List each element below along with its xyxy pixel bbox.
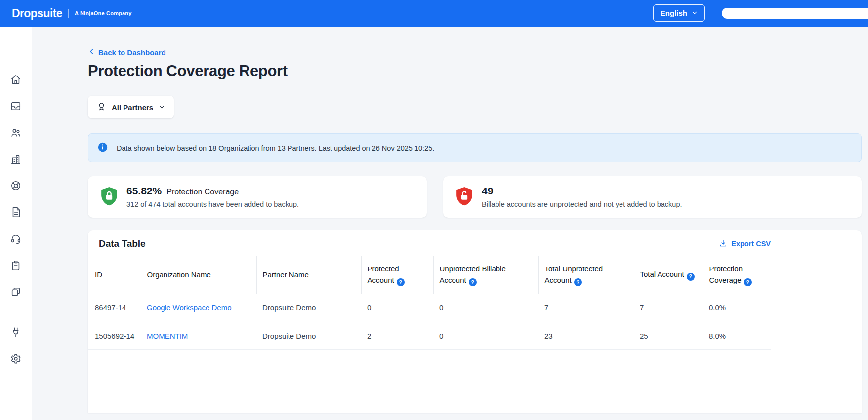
- protection-coverage-value: 65.82%: [126, 185, 162, 197]
- cell-total_unprotected: 23: [538, 322, 634, 350]
- unprotected-accounts-description: Billable accounts are unprotected and no…: [482, 200, 682, 208]
- help-icon[interactable]: ?: [687, 273, 695, 281]
- clipboard-icon: [10, 260, 21, 272]
- chevron-left-icon: [88, 48, 95, 57]
- home-icon: [10, 74, 21, 86]
- top-bar: Dropsuite A NinjaOne Company English: [0, 0, 868, 27]
- data-table-title: Data Table: [99, 238, 146, 249]
- inbox-icon: [10, 101, 21, 113]
- download-icon: [719, 239, 727, 249]
- column-label: Protection Coverage: [709, 265, 743, 284]
- protection-coverage-description: 312 of 474 total accounts have been adde…: [126, 200, 299, 208]
- info-banner: Data shown below based on 18 Organizatio…: [88, 133, 862, 162]
- building-icon: [10, 154, 21, 166]
- cell-id: 1505692-14: [88, 322, 141, 350]
- back-to-dashboard-link[interactable]: Back to Dashboard: [88, 48, 166, 57]
- data-table: IDOrganization NamePartner NameProtected…: [88, 256, 771, 350]
- protection-card-body: 65.82% Protection Coverage 312 of 474 to…: [126, 185, 299, 208]
- users-icon: [10, 127, 21, 140]
- cell-coverage: 8.0%: [703, 322, 771, 350]
- column-header-partner: Partner Name: [256, 256, 361, 294]
- header-pill: [722, 8, 868, 19]
- sidebar-item-home[interactable]: [7, 74, 24, 87]
- page-title: Protection Coverage Report: [88, 62, 862, 80]
- protection-coverage-label: Protection Coverage: [166, 188, 239, 196]
- export-csv-link[interactable]: Export CSV: [719, 239, 771, 249]
- help-icon[interactable]: ?: [397, 278, 405, 286]
- cell-partner: Dropsuite Demo: [256, 322, 361, 350]
- brand-logo: Dropsuite: [12, 7, 62, 20]
- unprotected-accounts-value: 49: [482, 185, 493, 197]
- invoice-icon: [10, 207, 21, 219]
- unprotected-accounts-card: 49 Billable accounts are unprotected and…: [443, 176, 862, 218]
- column-header-unprotected_billable: Unprotected Billable Account?: [433, 256, 538, 294]
- sidebar-item-users[interactable]: [7, 127, 24, 140]
- column-header-id: ID: [88, 256, 141, 294]
- column-header-protected: Protected Account?: [361, 256, 433, 294]
- column-label: Protected Account: [368, 265, 399, 284]
- column-header-total_account: Total Account?: [634, 256, 703, 294]
- sidebar-nav: [0, 27, 32, 420]
- sidebar-item-settings[interactable]: [7, 353, 24, 366]
- cell-partner: Dropsuite Demo: [256, 294, 361, 322]
- plug-icon: [10, 327, 21, 339]
- protection-coverage-card: 65.82% Protection Coverage 312 of 474 to…: [88, 176, 427, 218]
- help-icon[interactable]: ?: [469, 278, 477, 286]
- partner-filter-dropdown[interactable]: All Partners: [88, 96, 174, 118]
- table-header-row: IDOrganization NamePartner NameProtected…: [88, 256, 771, 294]
- chevron-down-icon: [692, 9, 698, 17]
- chevron-down-icon: [159, 103, 165, 112]
- help-icon[interactable]: ?: [744, 278, 752, 286]
- partner-filter-label: All Partners: [112, 103, 153, 112]
- data-table-header: Data Table Export CSV: [88, 238, 771, 249]
- sidebar-item-invoices[interactable]: [7, 207, 24, 220]
- info-icon: [97, 142, 108, 154]
- cell-coverage: 0.0%: [703, 294, 771, 322]
- column-label: Partner Name: [263, 270, 309, 279]
- cell-unprotected_billable: 0: [433, 294, 538, 322]
- cell-protected: 2: [361, 322, 433, 350]
- sidebar-item-discover[interactable]: [7, 180, 24, 193]
- column-label: Total Account: [640, 270, 684, 278]
- brand-divider: [68, 9, 69, 18]
- sidebar-item-backups[interactable]: [7, 101, 24, 114]
- cell-total_account: 7: [634, 294, 703, 322]
- column-header-coverage: Protection Coverage?: [703, 256, 771, 294]
- organization-link[interactable]: Google Workspace Demo: [147, 304, 231, 312]
- cell-unprotected_billable: 0: [433, 322, 538, 350]
- table-row: 1505692-14MOMENTIMDropsuite Demo2023258.…: [88, 322, 771, 350]
- main-content: Back to Dashboard Protection Coverage Re…: [32, 27, 868, 420]
- cell-total_account: 25: [634, 322, 703, 350]
- sidebar-item-organizations[interactable]: [7, 153, 24, 166]
- column-label: Organization Name: [147, 270, 211, 279]
- cell-organization: Google Workspace Demo: [141, 294, 256, 322]
- language-selector[interactable]: English: [653, 4, 705, 22]
- table-body: 86497-14Google Workspace DemoDropsuite D…: [88, 294, 771, 350]
- cell-organization: MOMENTIM: [141, 322, 256, 350]
- sidebar-item-reports[interactable]: [7, 286, 24, 299]
- organization-link[interactable]: MOMENTIM: [147, 332, 188, 340]
- cell-protected: 0: [361, 294, 433, 322]
- cell-id: 86497-14: [88, 294, 141, 322]
- lifebuoy-icon: [10, 180, 21, 192]
- sidebar-item-integrations[interactable]: [7, 327, 24, 340]
- cell-total_unprotected: 7: [538, 294, 634, 322]
- app-window: Dropsuite A NinjaOne Company English: [0, 0, 868, 420]
- sidebar-item-support[interactable]: [7, 233, 24, 246]
- back-link-label: Back to Dashboard: [98, 48, 166, 57]
- unprotected-card-body: 49 Billable accounts are unprotected and…: [482, 185, 682, 208]
- info-banner-text: Data shown below based on 18 Organizatio…: [117, 144, 434, 152]
- sidebar-item-audit[interactable]: [7, 260, 24, 272]
- export-csv-label: Export CSV: [731, 240, 771, 248]
- award-icon: [97, 102, 106, 113]
- summary-cards: 65.82% Protection Coverage 312 of 474 to…: [88, 176, 862, 218]
- shield-unlock-icon: [455, 186, 474, 209]
- brand-tagline: A NinjaOne Company: [75, 10, 132, 16]
- headset-icon: [10, 233, 21, 246]
- column-header-organization: Organization Name: [141, 256, 256, 294]
- column-label: ID: [95, 270, 102, 279]
- help-icon[interactable]: ?: [574, 278, 582, 286]
- shield-lock-icon: [100, 186, 119, 209]
- gear-icon: [10, 353, 21, 366]
- table-row: 86497-14Google Workspace DemoDropsuite D…: [88, 294, 771, 322]
